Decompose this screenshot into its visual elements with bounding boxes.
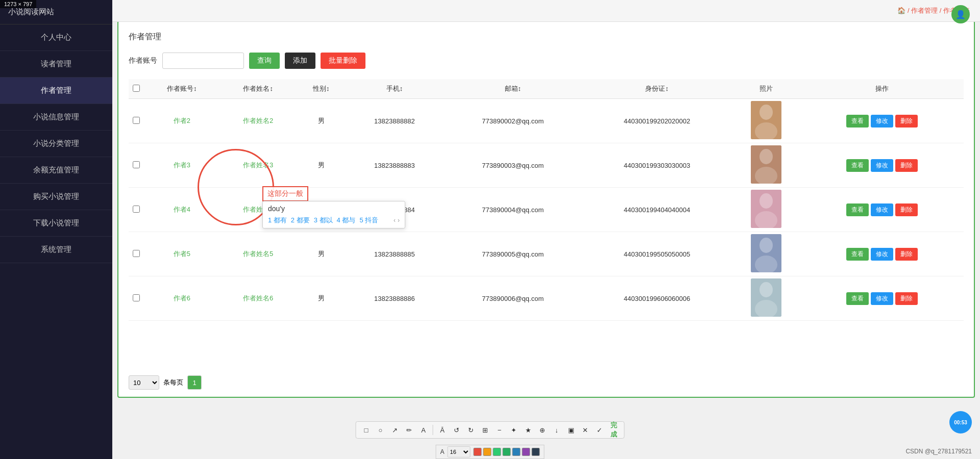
author-phone: 13823888885	[346, 232, 444, 276]
author-idcard: 440300199404040004	[582, 188, 731, 232]
table-row: 作者4作者姓名4男13823888884773890004@qq.com4403…	[129, 188, 964, 232]
sidebar-item-buy-novels[interactable]: 购买小说管理	[0, 184, 112, 210]
toolbar-tool-5[interactable]: Ā	[436, 424, 449, 436]
col-header-action: 操作	[801, 79, 964, 99]
author-name: 作者姓名2	[220, 99, 297, 143]
resolution-text: 1273 × 797	[4, 1, 32, 7]
col-header-checkbox[interactable]	[129, 79, 144, 99]
author-action: 查看修改删除	[801, 143, 964, 188]
color-button-1[interactable]	[483, 448, 492, 456]
sidebar-item-system[interactable]: 系统管理	[0, 237, 112, 263]
author-name: 作者姓名3	[220, 143, 297, 188]
sidebar-item-novels-info[interactable]: 小说信息管理	[0, 104, 112, 131]
toolbar-tool-12[interactable]: ⊕	[536, 424, 549, 436]
author-photo	[731, 143, 801, 188]
color-button-4[interactable]	[512, 448, 521, 456]
font-size-select[interactable]: 16	[448, 446, 471, 457]
user-avatar[interactable]: 👤	[951, 5, 970, 23]
toolbar-tool-14[interactable]: ▣	[565, 424, 577, 436]
toolbar-tool-15[interactable]: ✕	[579, 424, 592, 436]
toolbar-tool-1[interactable]: ○	[375, 424, 387, 436]
toolbar-tool-9[interactable]: −	[494, 424, 506, 436]
toolbar-tool-7[interactable]: ↻	[465, 424, 477, 436]
sidebar-item-authors[interactable]: 作者管理	[0, 78, 112, 104]
author-email: 773890004@qq.com	[443, 188, 582, 232]
sugg-prev[interactable]: ‹	[394, 217, 396, 224]
breadcrumb-bar: 🏠 / 作者管理 / 作者列表	[112, 0, 980, 22]
color-button-2[interactable]	[493, 448, 501, 456]
author-email: 773890003@qq.com	[443, 143, 582, 188]
content-panel: 作者管理 作者账号 查询 添加 批量删除 作者账号↕作者姓名↕性别↕手机↕邮箱↕…	[117, 20, 975, 398]
color-button-6[interactable]	[532, 448, 540, 456]
color-button-5[interactable]	[522, 448, 530, 456]
toolbar-tool-10[interactable]: ✦	[508, 424, 520, 436]
suggestion-item[interactable]: 1 都有	[268, 216, 287, 225]
author-action: 查看修改删除	[801, 99, 964, 143]
toolbar-sep	[433, 425, 433, 435]
pagination-bar: 102050 条每页 1	[129, 375, 202, 390]
toolbar-tool-8[interactable]: ⊞	[479, 424, 492, 436]
page-button[interactable]: 1	[187, 375, 202, 390]
edit-button[interactable]: 修改	[871, 203, 893, 216]
toolbar-tool-6[interactable]: ↺	[451, 424, 463, 436]
query-button[interactable]: 查询	[249, 53, 280, 69]
view-button[interactable]: 查看	[846, 203, 869, 216]
author-account: 作者5	[144, 232, 220, 276]
color-button-0[interactable]	[474, 448, 482, 456]
author-photo	[731, 99, 801, 143]
sidebar: 小说阅读网站 个人中心读者管理作者管理小说信息管理小说分类管理余额充值管理购买小…	[0, 0, 112, 459]
batch-delete-button[interactable]: 批量删除	[321, 53, 365, 69]
color-button-3[interactable]	[503, 448, 511, 456]
edit-button[interactable]: 修改	[871, 115, 893, 128]
sidebar-item-download-novels[interactable]: 下载小说管理	[0, 210, 112, 237]
author-idcard: 440300199303030003	[582, 143, 731, 188]
delete-button[interactable]: 删除	[895, 203, 918, 216]
csdn-watermark: CSDN @q_2781179521	[905, 448, 972, 455]
suggestion-item[interactable]: 4 都与	[337, 216, 356, 225]
edit-button[interactable]: 修改	[871, 159, 893, 172]
breadcrumb-home[interactable]: 🏠	[897, 7, 905, 14]
view-button[interactable]: 查看	[846, 292, 869, 305]
app-title: 小说阅读网站	[8, 7, 54, 16]
sidebar-item-readers[interactable]: 读者管理	[0, 51, 112, 78]
sidebar-item-novels-category[interactable]: 小说分类管理	[0, 131, 112, 157]
autocomplete-dropdown: 1 都有2 都要3 都以4 都与5 抖音‹›	[262, 201, 405, 228]
view-button[interactable]: 查看	[846, 159, 869, 172]
delete-button[interactable]: 删除	[895, 292, 918, 305]
autocomplete-input[interactable]	[268, 205, 400, 213]
toolbar-tool-3[interactable]: ✏	[403, 424, 415, 436]
toolbar-tool-4[interactable]: A	[418, 424, 430, 436]
font-label: A	[440, 448, 444, 455]
search-input[interactable]	[162, 53, 244, 69]
author-email: 773890006@qq.com	[443, 276, 582, 321]
bottom-annotation-bar: A 16	[435, 445, 544, 459]
edit-button[interactable]: 修改	[871, 292, 893, 305]
search-bar: 作者账号 查询 添加 批量删除	[129, 53, 964, 69]
toolbar-tool-2[interactable]: ↗	[389, 424, 401, 436]
delete-button[interactable]: 删除	[895, 115, 918, 128]
delete-button[interactable]: 删除	[895, 248, 918, 261]
sidebar-item-recharge[interactable]: 余额充值管理	[0, 157, 112, 184]
author-name: 作者姓名6	[220, 276, 297, 321]
view-button[interactable]: 查看	[846, 248, 869, 261]
sidebar-item-personal[interactable]: 个人中心	[0, 24, 112, 51]
toolbar-tool-16[interactable]: ✓	[594, 424, 606, 436]
sugg-next[interactable]: ›	[398, 217, 400, 224]
edit-button[interactable]: 修改	[871, 248, 893, 261]
author-phone: 13823888882	[346, 99, 444, 143]
view-button[interactable]: 查看	[846, 115, 869, 128]
page-size-select[interactable]: 102050	[129, 375, 159, 390]
author-email: 773890005@qq.com	[443, 232, 582, 276]
suggestion-item[interactable]: 2 都要	[291, 216, 310, 225]
toolbar-tool-11[interactable]: ★	[522, 424, 534, 436]
suggestion-item[interactable]: 5 抖音	[359, 216, 378, 225]
add-button[interactable]: 添加	[285, 53, 315, 69]
toolbar-tool-0[interactable]: □	[360, 424, 373, 436]
suggestion-item[interactable]: 3 都以	[314, 216, 333, 225]
table-row: 作者2作者姓名2男13823888882773890002@qq.com4403…	[129, 99, 964, 143]
page-size-suffix: 条每页	[163, 378, 183, 387]
delete-button[interactable]: 删除	[895, 159, 918, 172]
toolbar-tool-13[interactable]: ↓	[551, 424, 563, 436]
author-phone: 13823888886	[346, 276, 444, 321]
toolbar-done-button[interactable]: 完成	[608, 424, 620, 436]
